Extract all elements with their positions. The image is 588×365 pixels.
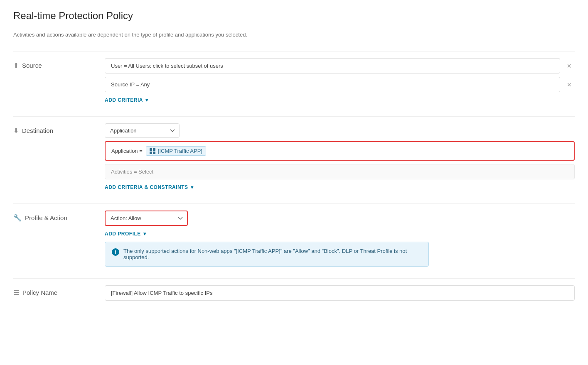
destination-type-dropdown[interactable]: Application Destination IP URL Category [105,123,180,138]
profile-action-label: 🔧 Profile & Action [13,211,105,222]
source-ip-close-button[interactable]: × [563,79,575,90]
add-profile-button[interactable]: ADD PROFILE ▾ [105,229,575,238]
action-dropdown-row: Action: Allow Action: Block Action: Moni… [105,211,575,226]
info-icon: i [112,248,119,256]
page-subtitle: Activities and actions available are dep… [13,32,575,38]
activities-field-row: Activities = Select [105,164,575,179]
source-section: ⬆ Source User = All Users: click to sele… [13,58,575,105]
destination-icon: ⬇ [13,127,19,135]
info-box: i The only supported actions for Non-web… [105,242,429,267]
divider-top [13,51,575,51]
policy-name-field[interactable]: [Firewall] Allow ICMP Traffic to specifi… [105,285,575,301]
app-grid-icon [150,148,155,154]
source-icon: ⬆ [13,61,19,69]
source-label: ⬆ Source [13,58,105,69]
action-dropdown[interactable]: Action: Allow Action: Block Action: Moni… [105,211,188,226]
divider-destination-profile [13,203,575,204]
application-field[interactable]: Application = [ICMP Traffic APP] [105,141,575,161]
policy-name-label: ☰ Policy Name [13,285,105,296]
info-text: The only supported actions for Non-web a… [123,248,422,260]
profile-action-content: Action: Allow Action: Block Action: Moni… [105,211,575,267]
policy-name-section: ☰ Policy Name [Firewall] Allow ICMP Traf… [13,285,575,301]
profile-action-icon: 🔧 [13,214,22,222]
profile-action-section: 🔧 Profile & Action Action: Allow Action:… [13,211,575,267]
destination-content: Application Destination IP URL Category … [105,123,575,192]
application-tag-value: [ICMP Traffic APP] [158,148,202,154]
application-field-row: Application = [ICMP Traffic APP] [105,141,575,161]
user-field[interactable]: User = All Users: click to select subset… [105,58,560,73]
source-add-criteria-button[interactable]: ADD CRITERIA ▾ [105,96,575,105]
source-ip-field[interactable]: Source IP = Any [105,77,560,92]
source-ip-field-row: Source IP = Any × [105,77,575,92]
user-field-close-button[interactable]: × [563,61,575,71]
source-content: User = All Users: click to select subset… [105,58,575,105]
destination-dropdown-row: Application Destination IP URL Category [105,123,575,138]
divider-profile-policyname [13,278,575,279]
destination-add-criteria-constraints-button[interactable]: ADD CRITERIA & CONSTRAINTS ▾ [105,183,575,192]
policy-name-icon: ☰ [13,289,19,296]
destination-section: ⬇ Destination Application Destination IP… [13,123,575,192]
page-title: Real-time Protection Policy [13,10,575,22]
application-equals-label: Application = [111,148,143,154]
application-tag[interactable]: [ICMP Traffic APP] [146,146,206,156]
user-field-row: User = All Users: click to select subset… [105,58,575,73]
activities-field[interactable]: Activities = Select [105,164,575,179]
divider-source-destination [13,116,575,117]
destination-label: ⬇ Destination [13,123,105,135]
policy-name-content: [Firewall] Allow ICMP Traffic to specifi… [105,285,575,301]
